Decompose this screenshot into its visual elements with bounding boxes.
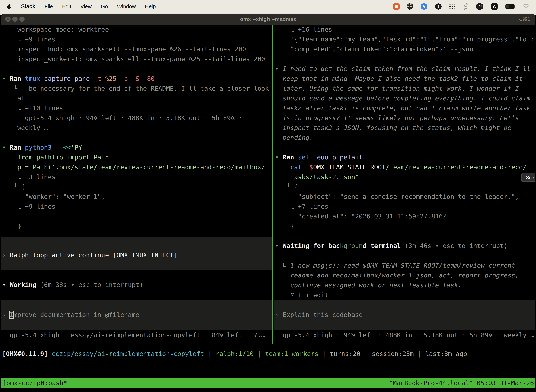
terminal-line: "worker": "worker-1", (1, 192, 272, 202)
prompt-line[interactable]: › Improve documentation in @filename (1, 310, 272, 320)
terminal-line (274, 231, 535, 241)
pane-separator[interactable] (272, 25, 273, 344)
terminal-line (274, 251, 535, 261)
menu-item-window[interactable]: Window (117, 4, 136, 9)
terminal-line: • Ran tmux capture-pane -t %25 -p -S -80 (1, 74, 272, 84)
text-segment: … +3 lines (2, 173, 55, 181)
text-segment: Ralph loop active continue [OMX_TMUX_INJ… (10, 252, 177, 259)
input-band[interactable]: › Explain this codebase (274, 300, 535, 330)
chat-notification-icon[interactable] (393, 3, 400, 10)
text-segment: › (2, 311, 10, 318)
text-segment: 'PY' (71, 144, 86, 151)
window-title: omx --xhigh --madmax (1, 14, 535, 25)
text-segment: pending. (275, 134, 313, 141)
text-segment: Waiting for bac (282, 242, 340, 249)
tmux-host-clock: "MacBook-Pro-44.local" 05:03 31-Mar-26 (388, 379, 535, 387)
terminal-line (274, 54, 535, 64)
menu-app-name[interactable]: Slack (21, 3, 35, 10)
text-segment: • (2, 281, 10, 288)
text-segment: (6m 38s • esc to interrupt) (36, 281, 143, 288)
terminal-line: … +9 lines (1, 34, 272, 44)
terminal-line: task2 after task1 is complete, but can I… (274, 103, 535, 113)
terminal-line: inspect task2's JSON, focusing on the st… (274, 123, 535, 133)
shield-grid-icon[interactable] (407, 3, 413, 10)
menu-item-file[interactable]: File (44, 4, 53, 9)
grid-dots-icon[interactable] (450, 3, 456, 10)
wifi-icon[interactable] (522, 4, 530, 9)
spacer (1, 270, 272, 280)
menu-item-edit[interactable]: Edit (62, 4, 71, 9)
text-segment: I need to get the claim token from the c… (282, 65, 530, 72)
prompt-line[interactable]: › Explain this codebase (274, 310, 535, 320)
text-segment: … +9 lines (2, 203, 55, 210)
text-segment: should send a message before completing … (275, 95, 530, 102)
terminal-line: should send a message before completing … (274, 93, 535, 103)
apple-menu-icon[interactable] (6, 3, 12, 10)
terminal-line: later. Using the same for transition mig… (274, 84, 535, 93)
terminal-line: "completed","claim_token":"claim-token"}… (274, 44, 535, 54)
terminal-line: } (274, 221, 535, 231)
input-source-icon[interactable]: A (491, 3, 498, 10)
text-segment: "created_at": "2026-03-31T11:59:27.816Z" (275, 213, 450, 220)
text-segment: set (294, 154, 309, 161)
window-titlebar[interactable]: omx --xhigh --madmax ⌥⌘1 (1, 14, 535, 25)
menu-item-go[interactable]: Go (101, 4, 108, 9)
terminal-line: pending. (274, 133, 535, 143)
count-badge-icon[interactable]: ..61 (476, 3, 483, 10)
text-segment: Explain this codebase (282, 311, 363, 318)
terminal-line: readme-and-reco/mailbox/worker-1.json, a… (274, 271, 535, 280)
prompt-line[interactable]: › Ralph loop active continue [OMX_TMUX_I… (1, 250, 272, 260)
battery-charging-icon[interactable] (505, 4, 515, 9)
input-band[interactable]: › Ralph loop active continue [OMX_TMUX_I… (1, 238, 272, 270)
text-segment: } (275, 223, 294, 230)
text-segment: • (2, 75, 10, 82)
terminal-line: ] (1, 211, 272, 221)
text-segment: readme-and-reco/mailbox/worker-1.json, a… (275, 272, 519, 279)
terminal-line: workspace_mode: worktree (1, 25, 272, 34)
omx-status-line: [OMX#0.11.9] cczip/essay/ai-reimplementa… (2, 349, 467, 359)
window-shortcut: ⌥⌘1 (517, 14, 530, 25)
text-segment: gpt-5.4 xhigh · essay/ai-reimplementatio… (2, 331, 265, 339)
status-segment: session:23m (372, 350, 414, 357)
text-segment: mprove documentation in @filename (14, 311, 139, 318)
status-segment: | (360, 350, 372, 357)
right-connector-line (285, 161, 285, 184)
status-segment: | (204, 350, 215, 357)
menu-item-view[interactable]: View (80, 4, 92, 9)
terminal-line: is in progress? It seems likely but perh… (274, 113, 535, 123)
text-segment: ] (2, 213, 29, 220)
terminal-line: '{"team_name":"my-team","task_id":"1","f… (274, 34, 535, 44)
text-segment: Ran (10, 75, 21, 82)
text-segment: Ran (282, 154, 294, 161)
text-segment: I (10, 311, 14, 318)
bolt-circle-icon[interactable] (421, 3, 427, 10)
status-segment: ralph:1/10 (215, 350, 254, 357)
terminal-line: … +9 lines (1, 202, 272, 211)
pane-left[interactable]: workspace_mode: worktree … +9 lines insp… (1, 25, 272, 344)
menu-item-help[interactable]: Help (145, 4, 156, 9)
terminal-line: weekly … (1, 123, 272, 133)
pane-right[interactable]: … +16 lines '{"team_name":"my-team","tas… (274, 25, 535, 344)
text-segment: << (59, 144, 71, 151)
text-segment: later. Using the same for transition mig… (275, 85, 519, 92)
text-segment: (3m 46s • esc to interrupt) (401, 242, 507, 249)
text-segment: inspect task2's JSON, focusing on the st… (275, 124, 511, 131)
text-segment: • (275, 154, 282, 161)
status-segment: team:1 workers (265, 350, 318, 357)
terminal-line: gpt-5.4 xhigh · essay/ai-reimplementatio… (1, 330, 272, 340)
text-segment: Working (10, 281, 36, 288)
moon-circle-icon[interactable] (435, 3, 442, 10)
text-segment: " (306, 163, 309, 171)
text-segment: at (2, 95, 25, 102)
squiggle-icon[interactable] (464, 3, 468, 10)
status-segment: | (318, 350, 330, 357)
terminal-line: tasks/task-2.json" (274, 172, 535, 182)
terminal-window: omx --xhigh --madmax ⌥⌘1 workspace_mode:… (1, 14, 535, 392)
left-connector-line (12, 151, 12, 184)
text-segment: Ran (10, 144, 21, 151)
input-band[interactable]: › Improve documentation in @filename (1, 300, 272, 330)
text-segment: … +7 lines (275, 203, 328, 210)
text-segment: • (275, 242, 282, 249)
text-segment: from pathlib import Path (2, 154, 109, 161)
terminal-line: … +110 lines (1, 103, 272, 113)
